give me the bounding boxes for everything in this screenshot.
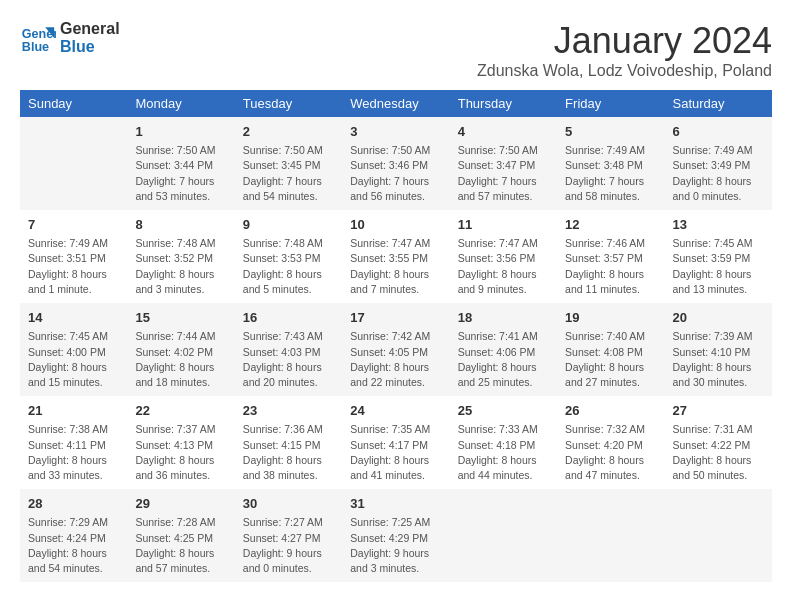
logo-icon: General Blue — [20, 20, 56, 56]
day-number: 22 — [135, 402, 226, 420]
day-info: Sunrise: 7:45 AMSunset: 3:59 PMDaylight:… — [673, 236, 764, 297]
calendar-header-row: SundayMondayTuesdayWednesdayThursdayFrid… — [20, 90, 772, 117]
day-number: 19 — [565, 309, 656, 327]
day-number: 25 — [458, 402, 549, 420]
day-info: Sunrise: 7:49 AMSunset: 3:49 PMDaylight:… — [673, 143, 764, 204]
calendar-cell: 16Sunrise: 7:43 AMSunset: 4:03 PMDayligh… — [235, 303, 342, 396]
calendar-cell: 24Sunrise: 7:35 AMSunset: 4:17 PMDayligh… — [342, 396, 449, 489]
calendar-cell: 12Sunrise: 7:46 AMSunset: 3:57 PMDayligh… — [557, 210, 664, 303]
calendar-cell: 11Sunrise: 7:47 AMSunset: 3:56 PMDayligh… — [450, 210, 557, 303]
weekday-header-friday: Friday — [557, 90, 664, 117]
calendar-cell — [665, 489, 772, 582]
calendar-cell: 23Sunrise: 7:36 AMSunset: 4:15 PMDayligh… — [235, 396, 342, 489]
day-info: Sunrise: 7:32 AMSunset: 4:20 PMDaylight:… — [565, 422, 656, 483]
day-number: 8 — [135, 216, 226, 234]
day-info: Sunrise: 7:42 AMSunset: 4:05 PMDaylight:… — [350, 329, 441, 390]
header: General Blue General Blue January 2024 Z… — [20, 20, 772, 80]
calendar-cell: 14Sunrise: 7:45 AMSunset: 4:00 PMDayligh… — [20, 303, 127, 396]
calendar-cell — [450, 489, 557, 582]
page-title: January 2024 — [477, 20, 772, 62]
calendar-cell: 7Sunrise: 7:49 AMSunset: 3:51 PMDaylight… — [20, 210, 127, 303]
calendar-cell — [20, 117, 127, 210]
day-number: 24 — [350, 402, 441, 420]
calendar-table: SundayMondayTuesdayWednesdayThursdayFrid… — [20, 90, 772, 582]
day-info: Sunrise: 7:38 AMSunset: 4:11 PMDaylight:… — [28, 422, 119, 483]
calendar-cell: 2Sunrise: 7:50 AMSunset: 3:45 PMDaylight… — [235, 117, 342, 210]
day-number: 18 — [458, 309, 549, 327]
day-info: Sunrise: 7:46 AMSunset: 3:57 PMDaylight:… — [565, 236, 656, 297]
day-info: Sunrise: 7:49 AMSunset: 3:48 PMDaylight:… — [565, 143, 656, 204]
calendar-cell: 10Sunrise: 7:47 AMSunset: 3:55 PMDayligh… — [342, 210, 449, 303]
day-info: Sunrise: 7:25 AMSunset: 4:29 PMDaylight:… — [350, 515, 441, 576]
day-info: Sunrise: 7:44 AMSunset: 4:02 PMDaylight:… — [135, 329, 226, 390]
calendar-cell: 28Sunrise: 7:29 AMSunset: 4:24 PMDayligh… — [20, 489, 127, 582]
day-number: 29 — [135, 495, 226, 513]
calendar-cell: 6Sunrise: 7:49 AMSunset: 3:49 PMDaylight… — [665, 117, 772, 210]
day-info: Sunrise: 7:50 AMSunset: 3:45 PMDaylight:… — [243, 143, 334, 204]
day-info: Sunrise: 7:47 AMSunset: 3:56 PMDaylight:… — [458, 236, 549, 297]
calendar-cell: 31Sunrise: 7:25 AMSunset: 4:29 PMDayligh… — [342, 489, 449, 582]
calendar-cell: 20Sunrise: 7:39 AMSunset: 4:10 PMDayligh… — [665, 303, 772, 396]
day-info: Sunrise: 7:49 AMSunset: 3:51 PMDaylight:… — [28, 236, 119, 297]
svg-text:Blue: Blue — [22, 40, 49, 54]
calendar-cell: 8Sunrise: 7:48 AMSunset: 3:52 PMDaylight… — [127, 210, 234, 303]
weekday-header-monday: Monday — [127, 90, 234, 117]
day-number: 14 — [28, 309, 119, 327]
day-info: Sunrise: 7:45 AMSunset: 4:00 PMDaylight:… — [28, 329, 119, 390]
day-info: Sunrise: 7:48 AMSunset: 3:53 PMDaylight:… — [243, 236, 334, 297]
logo-general: General — [60, 20, 120, 38]
day-info: Sunrise: 7:50 AMSunset: 3:46 PMDaylight:… — [350, 143, 441, 204]
day-number: 30 — [243, 495, 334, 513]
day-number: 4 — [458, 123, 549, 141]
calendar-cell: 1Sunrise: 7:50 AMSunset: 3:44 PMDaylight… — [127, 117, 234, 210]
calendar-cell: 27Sunrise: 7:31 AMSunset: 4:22 PMDayligh… — [665, 396, 772, 489]
calendar-cell: 9Sunrise: 7:48 AMSunset: 3:53 PMDaylight… — [235, 210, 342, 303]
day-info: Sunrise: 7:29 AMSunset: 4:24 PMDaylight:… — [28, 515, 119, 576]
day-number: 9 — [243, 216, 334, 234]
weekday-header-tuesday: Tuesday — [235, 90, 342, 117]
calendar-cell — [557, 489, 664, 582]
logo: General Blue General Blue — [20, 20, 120, 56]
calendar-week-row: 1Sunrise: 7:50 AMSunset: 3:44 PMDaylight… — [20, 117, 772, 210]
weekday-header-wednesday: Wednesday — [342, 90, 449, 117]
calendar-cell: 15Sunrise: 7:44 AMSunset: 4:02 PMDayligh… — [127, 303, 234, 396]
day-number: 10 — [350, 216, 441, 234]
weekday-header-thursday: Thursday — [450, 90, 557, 117]
day-number: 3 — [350, 123, 441, 141]
calendar-week-row: 7Sunrise: 7:49 AMSunset: 3:51 PMDaylight… — [20, 210, 772, 303]
day-info: Sunrise: 7:28 AMSunset: 4:25 PMDaylight:… — [135, 515, 226, 576]
calendar-cell: 5Sunrise: 7:49 AMSunset: 3:48 PMDaylight… — [557, 117, 664, 210]
calendar-cell: 29Sunrise: 7:28 AMSunset: 4:25 PMDayligh… — [127, 489, 234, 582]
page-subtitle: Zdunska Wola, Lodz Voivodeship, Poland — [477, 62, 772, 80]
calendar-cell: 30Sunrise: 7:27 AMSunset: 4:27 PMDayligh… — [235, 489, 342, 582]
day-info: Sunrise: 7:50 AMSunset: 3:44 PMDaylight:… — [135, 143, 226, 204]
day-info: Sunrise: 7:47 AMSunset: 3:55 PMDaylight:… — [350, 236, 441, 297]
title-section: January 2024 Zdunska Wola, Lodz Voivodes… — [477, 20, 772, 80]
day-number: 1 — [135, 123, 226, 141]
logo-blue: Blue — [60, 38, 120, 56]
day-info: Sunrise: 7:33 AMSunset: 4:18 PMDaylight:… — [458, 422, 549, 483]
calendar-cell: 25Sunrise: 7:33 AMSunset: 4:18 PMDayligh… — [450, 396, 557, 489]
day-info: Sunrise: 7:31 AMSunset: 4:22 PMDaylight:… — [673, 422, 764, 483]
calendar-cell: 22Sunrise: 7:37 AMSunset: 4:13 PMDayligh… — [127, 396, 234, 489]
day-info: Sunrise: 7:35 AMSunset: 4:17 PMDaylight:… — [350, 422, 441, 483]
day-info: Sunrise: 7:36 AMSunset: 4:15 PMDaylight:… — [243, 422, 334, 483]
day-info: Sunrise: 7:43 AMSunset: 4:03 PMDaylight:… — [243, 329, 334, 390]
weekday-header-saturday: Saturday — [665, 90, 772, 117]
calendar-cell: 13Sunrise: 7:45 AMSunset: 3:59 PMDayligh… — [665, 210, 772, 303]
day-number: 20 — [673, 309, 764, 327]
day-info: Sunrise: 7:40 AMSunset: 4:08 PMDaylight:… — [565, 329, 656, 390]
weekday-header-sunday: Sunday — [20, 90, 127, 117]
day-number: 21 — [28, 402, 119, 420]
day-number: 17 — [350, 309, 441, 327]
day-number: 5 — [565, 123, 656, 141]
day-info: Sunrise: 7:48 AMSunset: 3:52 PMDaylight:… — [135, 236, 226, 297]
day-number: 23 — [243, 402, 334, 420]
day-number: 2 — [243, 123, 334, 141]
day-number: 27 — [673, 402, 764, 420]
calendar-cell: 18Sunrise: 7:41 AMSunset: 4:06 PMDayligh… — [450, 303, 557, 396]
day-number: 15 — [135, 309, 226, 327]
day-number: 31 — [350, 495, 441, 513]
day-number: 26 — [565, 402, 656, 420]
day-info: Sunrise: 7:50 AMSunset: 3:47 PMDaylight:… — [458, 143, 549, 204]
